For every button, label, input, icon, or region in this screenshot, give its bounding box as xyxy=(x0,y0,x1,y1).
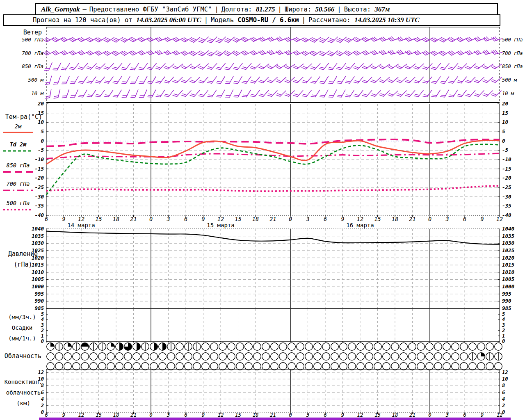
cloud-cover-symbol xyxy=(460,353,468,361)
hour-label: 12 xyxy=(78,216,84,222)
wind-barb xyxy=(371,61,381,70)
cloud-cover-symbol xyxy=(262,343,270,351)
wind-barb xyxy=(457,74,466,84)
wind-row-label-left: 700 гПа xyxy=(22,50,43,56)
wind-barb xyxy=(310,61,320,71)
wind-barb xyxy=(70,75,78,85)
wind-barb xyxy=(293,34,304,43)
cloud-cover-symbol xyxy=(81,353,89,361)
wind-barb xyxy=(397,35,407,42)
wind-barb xyxy=(208,88,216,98)
wind-barb xyxy=(466,61,476,70)
wind-barb xyxy=(362,74,372,84)
wind-barb xyxy=(320,88,328,99)
meteogram-page: Alk_Gornyak—Предоставлено ФГБУ "ЗапСиб У… xyxy=(0,0,525,420)
cloud-cover-symbol xyxy=(357,353,365,361)
wind-barb xyxy=(345,34,355,43)
wind-barb xyxy=(328,34,338,44)
wind-barb xyxy=(362,61,372,70)
wind-barb xyxy=(113,74,121,85)
wind-barb xyxy=(336,34,347,43)
wind-barb xyxy=(448,61,458,71)
wind-barb xyxy=(483,88,493,98)
wind-barb xyxy=(379,74,390,84)
cloud-cover-symbol xyxy=(340,343,347,351)
pressure-axis-label-right: 1035 xyxy=(502,233,515,239)
wind-barb xyxy=(302,34,313,43)
temp-axis-label-left: -35 xyxy=(34,203,44,209)
wind-barb xyxy=(242,88,251,98)
wind-barb xyxy=(491,61,502,70)
cloud-cover-symbol xyxy=(314,353,322,361)
wind-barb xyxy=(405,61,415,70)
temp-axis-label-left: -10 xyxy=(34,156,44,162)
hour-label: 15 xyxy=(95,216,102,222)
wind-barb xyxy=(122,88,130,99)
wind-barb xyxy=(362,88,372,98)
cloud-cover-symbol xyxy=(426,353,434,361)
wind-barb xyxy=(302,88,312,98)
wind-barb xyxy=(251,88,260,98)
wind-barb xyxy=(250,74,260,84)
temp-axis-label-left: -30 xyxy=(34,194,44,200)
meteogram-svg: 500 гПа500 гПа700 гПа700 гПа850 гПа850 г… xyxy=(0,0,525,420)
wind-barb xyxy=(216,61,225,71)
convective-axis-label-left: 10 xyxy=(38,376,44,382)
wind-barb xyxy=(466,88,475,98)
hour-label: 6 xyxy=(184,216,187,222)
cloud-cover-symbol xyxy=(495,343,502,351)
bottom-hour-label: 15 xyxy=(374,412,381,418)
wind-barb xyxy=(112,34,123,43)
bottom-hour-label: 18 xyxy=(113,412,119,418)
wind-barb xyxy=(96,88,105,98)
wind-barb xyxy=(379,61,390,70)
wind-barb xyxy=(233,75,242,85)
wind-barb xyxy=(414,74,423,84)
cloud-cover-symbol xyxy=(167,353,175,361)
wind-barb xyxy=(414,88,424,98)
pressure-axis-label-left: 1020 xyxy=(32,255,44,261)
wind-barb xyxy=(491,88,501,98)
precip-axis-label-left: 5 xyxy=(41,311,44,317)
cloud-cover-symbol xyxy=(305,353,313,361)
temp-axis-label-left: 0 xyxy=(41,138,44,144)
cloud-cover-symbol xyxy=(228,343,235,351)
hour-label: 9 xyxy=(341,216,344,222)
wind-barb xyxy=(285,48,295,56)
wind-barb xyxy=(337,88,345,99)
pressure-axis-label-left: 1000 xyxy=(32,283,44,290)
wind-barb xyxy=(293,88,303,98)
wind-barb xyxy=(285,88,294,98)
temp-axis-label-right: 10 xyxy=(502,119,508,125)
wind-barb xyxy=(457,61,467,71)
pressure-axis-label-left: 1010 xyxy=(32,269,44,275)
wind-barb xyxy=(405,48,416,55)
wind-barb xyxy=(52,34,63,43)
hour-label: 15 xyxy=(235,216,241,222)
hour-label: 0 xyxy=(149,216,153,222)
cloud-okta-half xyxy=(162,343,166,351)
wind-barb xyxy=(423,74,432,84)
wind-barb xyxy=(224,48,235,57)
pressure-axis-label-left: 1025 xyxy=(32,247,44,253)
bottom-hour-label: 9 xyxy=(202,412,205,418)
cloud-cover-symbol xyxy=(297,353,304,361)
cloud-cover-symbol xyxy=(417,353,425,361)
wind-barb xyxy=(259,74,269,84)
cloud-cover-symbol xyxy=(245,343,253,351)
cloud-cover-symbol xyxy=(400,343,408,351)
wind-barb xyxy=(329,88,337,99)
hour-label: 21 xyxy=(409,216,415,222)
cloud-cover-symbol xyxy=(253,353,261,361)
wind-barb xyxy=(199,88,208,98)
cloud-cover-symbol xyxy=(271,343,278,351)
date-label: 15 марта xyxy=(207,222,234,228)
cloud-cover-symbol xyxy=(107,353,115,361)
cloud-cover-symbol xyxy=(348,343,356,351)
wind-barb xyxy=(440,74,449,85)
legend-label: Td 2м xyxy=(10,141,27,148)
wind-barb xyxy=(234,88,242,99)
pressure-axis-label-left: 985 xyxy=(34,305,44,311)
convective-axis-label-left: 8 xyxy=(41,383,44,388)
convective-axis-label-left: 6 xyxy=(41,390,44,395)
